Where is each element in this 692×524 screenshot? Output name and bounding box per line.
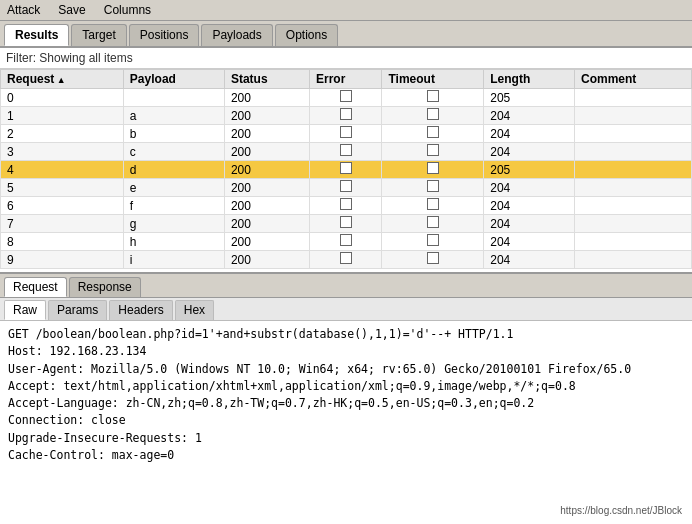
table-cell — [574, 233, 691, 251]
table-cell: 9 — [1, 251, 124, 269]
error-checkbox[interactable] — [340, 180, 352, 192]
table-cell: 205 — [484, 89, 575, 107]
sub-sub-tab-params[interactable]: Params — [48, 300, 107, 320]
table-cell — [574, 107, 691, 125]
error-checkbox[interactable] — [340, 144, 352, 156]
table-row[interactable]: 0200205 — [1, 89, 692, 107]
error-checkbox[interactable] — [340, 108, 352, 120]
tabs-bar: Results Target Positions Payloads Option… — [0, 21, 692, 48]
request-line-7: Upgrade-Insecure-Requests: 1 — [8, 430, 684, 447]
table-row[interactable]: 6f200204 — [1, 197, 692, 215]
table-cell: 4 — [1, 161, 124, 179]
menu-save[interactable]: Save — [55, 2, 88, 18]
table-cell: 3 — [1, 143, 124, 161]
col-length[interactable]: Length — [484, 70, 575, 89]
menubar: Attack Save Columns — [0, 0, 692, 21]
table-cell — [574, 251, 691, 269]
table-cell: f — [123, 197, 224, 215]
table-cell: 200 — [224, 89, 309, 107]
table-cell: 200 — [224, 143, 309, 161]
table-cell: 200 — [224, 197, 309, 215]
timeout-checkbox[interactable] — [427, 198, 439, 210]
col-request[interactable]: Request — [1, 70, 124, 89]
timeout-checkbox[interactable] — [427, 90, 439, 102]
table-cell: 6 — [1, 197, 124, 215]
timeout-checkbox[interactable] — [427, 162, 439, 174]
timeout-checkbox[interactable] — [427, 108, 439, 120]
request-content: GET /boolean/boolean.php?id=1'+and+subst… — [0, 321, 692, 524]
col-comment[interactable]: Comment — [574, 70, 691, 89]
table-cell: 200 — [224, 161, 309, 179]
error-checkbox[interactable] — [340, 162, 352, 174]
error-checkbox[interactable] — [340, 216, 352, 228]
table-cell: 204 — [484, 215, 575, 233]
table-cell: a — [123, 107, 224, 125]
tab-payloads[interactable]: Payloads — [201, 24, 272, 46]
table-cell: h — [123, 233, 224, 251]
timeout-checkbox[interactable] — [427, 180, 439, 192]
error-checkbox[interactable] — [340, 252, 352, 264]
timeout-checkbox[interactable] — [427, 252, 439, 264]
menu-columns[interactable]: Columns — [101, 2, 154, 18]
table-row[interactable]: 9i200204 — [1, 251, 692, 269]
table-row[interactable]: 1a200204 — [1, 107, 692, 125]
table-cell — [574, 143, 691, 161]
table-row[interactable]: 3c200204 — [1, 143, 692, 161]
table-cell: 204 — [484, 197, 575, 215]
sub-tabs-bar: Request Response — [0, 274, 692, 298]
col-timeout[interactable]: Timeout — [382, 70, 484, 89]
table-cell: b — [123, 125, 224, 143]
table-cell: 200 — [224, 107, 309, 125]
error-checkbox[interactable] — [340, 90, 352, 102]
menu-attack[interactable]: Attack — [4, 2, 43, 18]
table-cell — [574, 125, 691, 143]
tab-options[interactable]: Options — [275, 24, 338, 46]
table-cell — [574, 179, 691, 197]
table-row[interactable]: 8h200204 — [1, 233, 692, 251]
table-cell — [574, 161, 691, 179]
table-row[interactable]: 7g200204 — [1, 215, 692, 233]
timeout-checkbox[interactable] — [427, 216, 439, 228]
filter-label: Filter: Showing all items — [6, 51, 133, 65]
table-cell: 2 — [1, 125, 124, 143]
sub-sub-tab-headers[interactable]: Headers — [109, 300, 172, 320]
request-line-1: GET /boolean/boolean.php?id=1'+and+subst… — [8, 326, 684, 343]
table-cell: 200 — [224, 233, 309, 251]
results-table: Request Payload Status Error Timeout Len… — [0, 69, 692, 269]
table-cell: 1 — [1, 107, 124, 125]
col-status[interactable]: Status — [224, 70, 309, 89]
table-cell: 204 — [484, 179, 575, 197]
table-cell — [574, 89, 691, 107]
col-error[interactable]: Error — [309, 70, 381, 89]
table-cell: 5 — [1, 179, 124, 197]
filter-bar: Filter: Showing all items — [0, 48, 692, 69]
table-row[interactable]: 5e200204 — [1, 179, 692, 197]
table-row[interactable]: 2b200204 — [1, 125, 692, 143]
request-line-5: Accept-Language: zh-CN,zh;q=0.8,zh-TW;q=… — [8, 395, 684, 412]
request-line-2: Host: 192.168.23.134 — [8, 343, 684, 360]
tab-results[interactable]: Results — [4, 24, 69, 46]
sub-tab-request[interactable]: Request — [4, 277, 67, 297]
tab-positions[interactable]: Positions — [129, 24, 200, 46]
sub-tab-response[interactable]: Response — [69, 277, 141, 297]
error-checkbox[interactable] — [340, 126, 352, 138]
timeout-checkbox[interactable] — [427, 144, 439, 156]
table-cell: 204 — [484, 251, 575, 269]
col-payload[interactable]: Payload — [123, 70, 224, 89]
tab-target[interactable]: Target — [71, 24, 126, 46]
error-checkbox[interactable] — [340, 198, 352, 210]
table-cell: 204 — [484, 143, 575, 161]
timeout-checkbox[interactable] — [427, 234, 439, 246]
error-checkbox[interactable] — [340, 234, 352, 246]
timeout-checkbox[interactable] — [427, 126, 439, 138]
table-cell: c — [123, 143, 224, 161]
table-row[interactable]: 4d200205 — [1, 161, 692, 179]
table-cell: d — [123, 161, 224, 179]
sub-sub-tab-raw[interactable]: Raw — [4, 300, 46, 320]
sub-sub-tab-hex[interactable]: Hex — [175, 300, 214, 320]
bottom-section: Request Response Raw Params Headers Hex … — [0, 274, 692, 524]
table-cell: i — [123, 251, 224, 269]
sub-sub-tabs-bar: Raw Params Headers Hex — [0, 298, 692, 321]
table-cell: 0 — [1, 89, 124, 107]
table-cell: e — [123, 179, 224, 197]
